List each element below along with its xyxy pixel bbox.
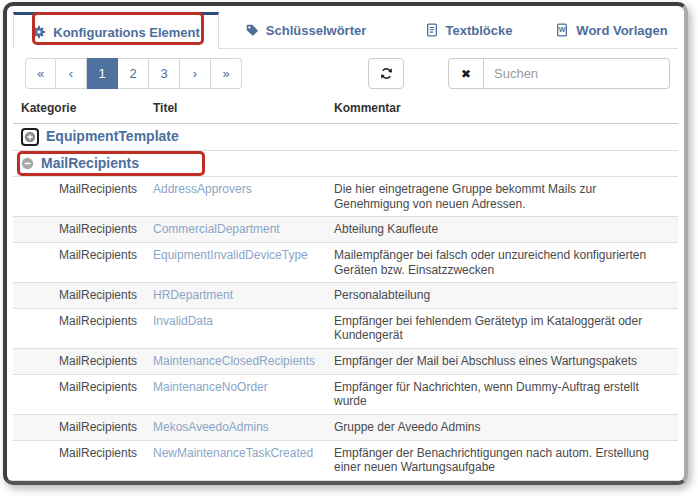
- tab-label: Schlüsselwörter: [266, 23, 366, 38]
- row-titel-link[interactable]: EquipmentInvalidDeviceType: [145, 242, 326, 282]
- group-row-equipmenttemplate[interactable]: EquipmentTemplate: [13, 124, 678, 151]
- row-kommentar: Gruppe der Aveedo Admins: [326, 414, 678, 440]
- row-kategorie: MailRecipients: [13, 177, 145, 217]
- word-file-icon: W: [555, 23, 569, 37]
- screenshot: Konfigurations Element Schlüsselwörter: [0, 0, 698, 504]
- tab-konfigurations-element[interactable]: Konfigurations Element: [13, 12, 219, 49]
- table-header-row: Kategorie Titel Kommentar: [13, 96, 678, 124]
- tag-icon: [245, 23, 259, 37]
- search-input[interactable]: [484, 58, 670, 89]
- row-kategorie: MailRecipients: [13, 414, 145, 440]
- group-label[interactable]: MailRecipients: [41, 155, 139, 172]
- collapse-toggle[interactable]: [21, 157, 34, 170]
- table-row: MailRecipients HRDepartment Personalabte…: [13, 283, 678, 309]
- toolbar: « ‹ 1 2 3 › »: [25, 58, 676, 89]
- tab-bar: Konfigurations Element Schlüsselwörter: [13, 12, 678, 49]
- row-titel-link[interactable]: MekosAveedoAdmins: [145, 414, 326, 440]
- column-header-titel: Titel: [145, 96, 326, 124]
- table-row: MailRecipients MekosAveedoAdmins Gruppe …: [13, 414, 678, 440]
- row-titel-link[interactable]: NewMaintenanceTaskCreated: [145, 440, 326, 480]
- row-kommentar: Abteilung Kaufleute: [326, 217, 678, 243]
- pagination-page-3[interactable]: 3: [149, 58, 180, 89]
- row-titel-link[interactable]: PurchasingDepartment: [145, 480, 326, 485]
- row-kommentar: Empfänger der Benachrichtigungen nach au…: [326, 440, 678, 480]
- table-row: MailRecipients EquipmentInvalidDeviceTyp…: [13, 242, 678, 282]
- row-kategorie: MailRecipients: [13, 480, 145, 485]
- circle-plus-icon: [24, 131, 36, 143]
- row-kommentar: Empfänger für Nachrichten, wenn Dummy-Au…: [326, 374, 678, 414]
- row-kategorie: MailRecipients: [13, 349, 145, 375]
- row-titel-link[interactable]: InvalidData: [145, 308, 326, 348]
- row-kommentar: Empfänger bei fehlendem Gerätetyp im Kat…: [326, 308, 678, 348]
- row-kategorie: MailRecipients: [13, 374, 145, 414]
- table-row: MailRecipients MaintenanceNoOrder Empfän…: [13, 374, 678, 414]
- app-window: Konfigurations Element Schlüsselwörter: [3, 2, 688, 485]
- row-titel-link[interactable]: HRDepartment: [145, 283, 326, 309]
- pagination-last[interactable]: »: [211, 58, 242, 89]
- table-row: MailRecipients InvalidData Empfänger bei…: [13, 308, 678, 348]
- row-kommentar: Die hier eingetragene Gruppe bekommt Mai…: [326, 177, 678, 217]
- table-row: MailRecipients AddressApprovers Die hier…: [13, 177, 678, 217]
- pagination-page-1[interactable]: 1: [87, 58, 118, 89]
- pagination-page-2[interactable]: 2: [118, 58, 149, 89]
- row-kategorie: MailRecipients: [13, 440, 145, 480]
- pagination-prev[interactable]: ‹: [56, 58, 87, 89]
- pagination-next[interactable]: ›: [180, 58, 211, 89]
- row-titel-link[interactable]: AddressApprovers: [145, 177, 326, 217]
- row-kategorie: MailRecipients: [13, 242, 145, 282]
- row-titel-link[interactable]: CommercialDepartment: [145, 217, 326, 243]
- column-header-kategorie: Kategorie: [13, 96, 145, 124]
- row-kommentar: Empfänger der Mail für (überfällige) Bes…: [326, 480, 678, 485]
- row-kategorie: MailRecipients: [13, 308, 145, 348]
- circle-minus-icon: [21, 157, 34, 170]
- row-kommentar: Personalabteilung: [326, 283, 678, 309]
- tab-schluesselwoerter[interactable]: Schlüsselwörter: [219, 12, 392, 48]
- file-text-icon: [425, 23, 439, 37]
- group-label[interactable]: EquipmentTemplate: [46, 128, 179, 145]
- clear-search-button[interactable]: ✖: [448, 58, 484, 89]
- row-kategorie: MailRecipients: [13, 217, 145, 243]
- table-row: MailRecipients PurchasingDepartment Empf…: [13, 480, 678, 485]
- search-group: ✖: [448, 58, 670, 89]
- column-header-kommentar: Kommentar: [326, 96, 678, 124]
- tab-label: Textblöcke: [446, 23, 513, 38]
- gear-icon: [32, 25, 46, 39]
- table-row: MailRecipients NewMaintenanceTaskCreated…: [13, 440, 678, 480]
- row-titel-link[interactable]: MaintenanceNoOrder: [145, 374, 326, 414]
- pagination-first[interactable]: «: [25, 58, 56, 89]
- row-kategorie: MailRecipients: [13, 283, 145, 309]
- refresh-icon: [380, 67, 393, 80]
- pagination: « ‹ 1 2 3 › »: [25, 58, 242, 89]
- table-row: MailRecipients MaintenanceClosedRecipien…: [13, 349, 678, 375]
- row-kommentar: Empfänger der Mail bei Abschluss eines W…: [326, 349, 678, 375]
- tab-word-vorlagen[interactable]: W Word Vorlagen: [545, 12, 678, 48]
- row-titel-link[interactable]: MaintenanceClosedRecipients: [145, 349, 326, 375]
- tab-label: Word Vorlagen: [576, 23, 667, 38]
- tab-label: Konfigurations Element: [53, 25, 200, 40]
- row-kommentar: Mailempfänger bei falsch oder unzureiche…: [326, 242, 678, 282]
- svg-text:W: W: [559, 26, 566, 33]
- group-row-mailrecipients[interactable]: MailRecipients: [13, 151, 678, 177]
- expand-toggle[interactable]: [21, 128, 39, 146]
- table-row: MailRecipients CommercialDepartment Abte…: [13, 217, 678, 243]
- config-table: Kategorie Titel Kommentar: [13, 96, 678, 485]
- tab-textbloecke[interactable]: Textblöcke: [392, 12, 545, 48]
- clear-icon: ✖: [461, 67, 471, 81]
- refresh-button[interactable]: [368, 58, 404, 89]
- table-body: MailRecipients AddressApprovers Die hier…: [13, 177, 678, 485]
